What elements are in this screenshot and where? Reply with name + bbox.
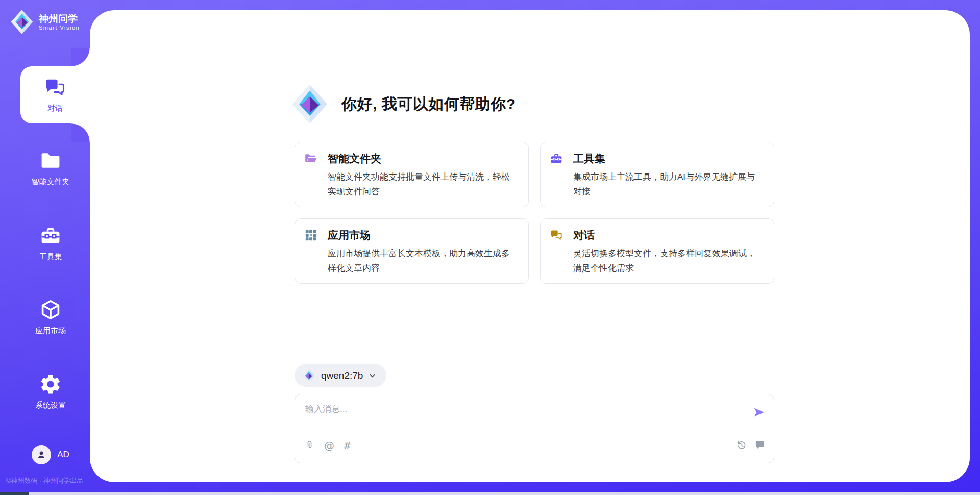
composer-divider bbox=[302, 433, 767, 433]
card-title: 工具集 bbox=[573, 152, 605, 166]
brand-logo: 神州问学 Smart Vision bbox=[10, 9, 80, 35]
user-initials: AD bbox=[57, 450, 69, 460]
model-selector[interactable]: qwen2:7b bbox=[295, 364, 386, 387]
hash-icon[interactable]: # bbox=[343, 439, 352, 452]
sidebar-item-label: 系统设置 bbox=[35, 401, 66, 410]
at-icon[interactable]: @ bbox=[324, 439, 334, 452]
card-description: 应用市场提供丰富长文本模板，助力高效生成多样化文章内容 bbox=[328, 246, 517, 276]
chat-bubbles-icon bbox=[44, 77, 66, 99]
diamond-gem-icon bbox=[291, 84, 328, 125]
sidebar-item-smart-folder[interactable]: 智能文件夹 bbox=[11, 150, 90, 187]
diamond-gem-icon bbox=[10, 9, 34, 35]
message-icon[interactable] bbox=[754, 439, 766, 451]
folder-open-icon bbox=[304, 152, 317, 165]
sidebar-item-app-market[interactable]: 应用市场 bbox=[11, 299, 90, 336]
paperclip-icon[interactable] bbox=[304, 439, 315, 452]
brand-subtitle: Smart Vision bbox=[39, 24, 80, 31]
avatar bbox=[32, 445, 51, 464]
card-title: 对话 bbox=[573, 228, 595, 242]
sidebar-item-label: 智能文件夹 bbox=[32, 177, 70, 187]
diamond-gem-icon bbox=[302, 368, 315, 383]
horizontal-scrollbar-track[interactable] bbox=[0, 492, 980, 495]
history-icon[interactable] bbox=[736, 439, 747, 451]
send-icon[interactable] bbox=[752, 406, 766, 419]
greeting-text: 你好, 我可以如何帮助你? bbox=[341, 94, 516, 115]
feature-cards: 智能文件夹 智能文件夹功能支持批量文件上传与清洗，轻松实现文件问答 bbox=[295, 142, 774, 284]
sidebar-item-label: 应用市场 bbox=[35, 326, 66, 336]
message-composer: @ # bbox=[295, 394, 774, 463]
folder-icon bbox=[39, 150, 62, 172]
sidebar-item-label: 工具集 bbox=[39, 252, 62, 262]
toolbox-icon bbox=[550, 152, 563, 165]
card-toolset[interactable]: 工具集 集成市场上主流工具，助力AI与外界无缝扩展与对接 bbox=[540, 142, 774, 207]
main-panel: 你好, 我可以如何帮助你? 智能文件夹 智能文件夹功能支持批量文件上传与清洗，轻… bbox=[90, 10, 970, 482]
sidebar-item-toolset[interactable]: 工具集 bbox=[11, 225, 90, 262]
toolbox-icon bbox=[39, 225, 62, 247]
grid-icon bbox=[304, 229, 317, 242]
horizontal-scrollbar-thumb[interactable] bbox=[0, 492, 29, 495]
model-name: qwen2:7b bbox=[321, 370, 363, 381]
card-description: 智能文件夹功能支持批量文件上传与清洗，轻松实现文件问答 bbox=[328, 170, 517, 200]
sidebar-item-settings[interactable]: 系统设置 bbox=[11, 373, 90, 410]
sidebar-item-chat[interactable]: 对话 bbox=[20, 66, 90, 123]
user-menu[interactable]: AD bbox=[11, 445, 90, 464]
card-description: 集成市场上主流工具，助力AI与外界无缝扩展与对接 bbox=[573, 170, 763, 200]
card-smart-folder[interactable]: 智能文件夹 智能文件夹功能支持批量文件上传与清洗，轻松实现文件问答 bbox=[295, 142, 529, 207]
card-chat[interactable]: 对话 灵活切换多模型文件，支持多样回复效果调试，满足个性化需求 bbox=[540, 218, 774, 284]
card-app-market[interactable]: 应用市场 应用市场提供丰富长文本模板，助力高效生成多样化文章内容 bbox=[295, 218, 529, 284]
message-input[interactable] bbox=[304, 402, 740, 431]
card-title: 应用市场 bbox=[328, 228, 371, 242]
cube-icon bbox=[39, 299, 62, 321]
card-title: 智能文件夹 bbox=[328, 152, 381, 166]
copyright-text: ©神州数码 · 神州问学出品 bbox=[6, 476, 98, 485]
sidebar-item-label: 对话 bbox=[47, 104, 63, 113]
gear-icon bbox=[39, 373, 62, 395]
card-description: 灵活切换多模型文件，支持多样回复效果调试，满足个性化需求 bbox=[573, 246, 763, 276]
chevron-down-icon bbox=[369, 372, 376, 379]
chat-bubbles-icon bbox=[550, 229, 563, 242]
brand-name: 神州问学 bbox=[39, 13, 80, 24]
welcome-header: 你好, 我可以如何帮助你? bbox=[291, 84, 516, 125]
